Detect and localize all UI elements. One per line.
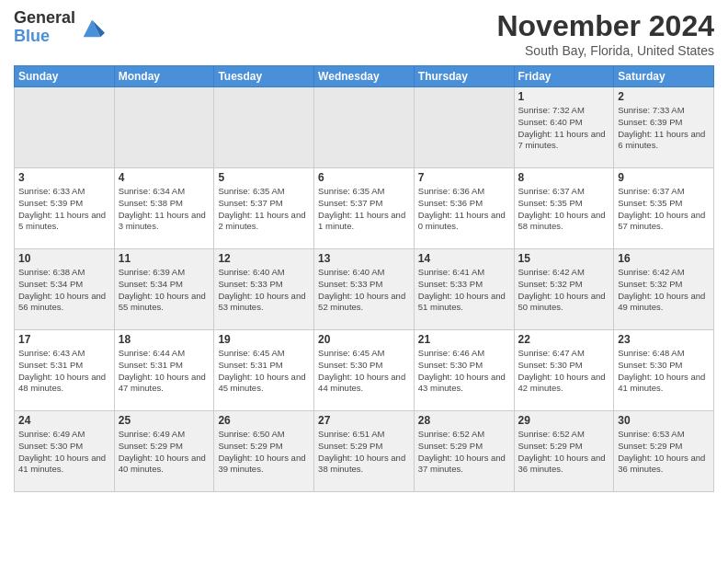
calendar-cell: 24Sunrise: 6:49 AM Sunset: 5:30 PM Dayli… xyxy=(15,411,115,492)
day-info: Sunrise: 6:44 AM Sunset: 5:31 PM Dayligh… xyxy=(119,348,210,395)
calendar-cell: 17Sunrise: 6:43 AM Sunset: 5:31 PM Dayli… xyxy=(15,330,115,411)
day-number: 1 xyxy=(518,90,610,103)
calendar-cell: 7Sunrise: 6:36 AM Sunset: 5:36 PM Daylig… xyxy=(414,168,514,249)
day-number: 23 xyxy=(618,333,710,346)
day-header-monday: Monday xyxy=(114,66,214,87)
day-info: Sunrise: 6:34 AM Sunset: 5:38 PM Dayligh… xyxy=(119,186,210,233)
calendar-week-4: 17Sunrise: 6:43 AM Sunset: 5:31 PM Dayli… xyxy=(15,330,714,411)
day-info: Sunrise: 6:52 AM Sunset: 5:29 PM Dayligh… xyxy=(518,429,610,476)
day-info: Sunrise: 6:42 AM Sunset: 5:32 PM Dayligh… xyxy=(518,267,610,314)
subtitle: South Bay, Florida, United States xyxy=(496,43,714,58)
day-info: Sunrise: 6:35 AM Sunset: 5:37 PM Dayligh… xyxy=(218,186,310,233)
calendar-cell: 15Sunrise: 6:42 AM Sunset: 5:32 PM Dayli… xyxy=(514,249,614,330)
day-info: Sunrise: 6:35 AM Sunset: 5:37 PM Dayligh… xyxy=(318,186,410,233)
day-number: 4 xyxy=(119,171,210,184)
day-info: Sunrise: 6:37 AM Sunset: 5:35 PM Dayligh… xyxy=(518,186,610,233)
day-info: Sunrise: 6:39 AM Sunset: 5:34 PM Dayligh… xyxy=(119,267,210,314)
day-info: Sunrise: 6:37 AM Sunset: 5:35 PM Dayligh… xyxy=(618,186,710,233)
day-info: Sunrise: 6:40 AM Sunset: 5:33 PM Dayligh… xyxy=(218,267,310,314)
day-header-friday: Friday xyxy=(514,66,614,87)
calendar-header-row: SundayMondayTuesdayWednesdayThursdayFrid… xyxy=(15,66,714,87)
day-number: 20 xyxy=(318,333,410,346)
day-header-thursday: Thursday xyxy=(414,66,514,87)
calendar-cell: 16Sunrise: 6:42 AM Sunset: 5:32 PM Dayli… xyxy=(614,249,714,330)
day-number: 11 xyxy=(119,252,210,265)
day-number: 18 xyxy=(119,333,210,346)
day-number: 25 xyxy=(119,414,210,427)
calendar-cell: 4Sunrise: 6:34 AM Sunset: 5:38 PM Daylig… xyxy=(114,168,214,249)
day-number: 27 xyxy=(318,414,410,427)
calendar-cell: 6Sunrise: 6:35 AM Sunset: 5:37 PM Daylig… xyxy=(314,168,415,249)
logo: General Blue xyxy=(14,9,105,46)
day-info: Sunrise: 6:38 AM Sunset: 5:34 PM Dayligh… xyxy=(18,267,110,314)
day-number: 17 xyxy=(18,333,110,346)
calendar-cell: 10Sunrise: 6:38 AM Sunset: 5:34 PM Dayli… xyxy=(15,249,115,330)
day-number: 14 xyxy=(418,252,510,265)
header: General Blue November 2024 South Bay, Fl… xyxy=(14,9,714,58)
day-number: 8 xyxy=(518,171,610,184)
day-number: 3 xyxy=(18,171,110,184)
logo-blue: Blue xyxy=(14,28,75,46)
calendar-week-1: 1Sunrise: 7:32 AM Sunset: 6:40 PM Daylig… xyxy=(15,87,714,168)
logo-general: General xyxy=(14,9,75,28)
day-number: 28 xyxy=(418,414,510,427)
day-info: Sunrise: 6:48 AM Sunset: 5:30 PM Dayligh… xyxy=(618,348,710,395)
day-number: 10 xyxy=(18,252,110,265)
calendar-week-3: 10Sunrise: 6:38 AM Sunset: 5:34 PM Dayli… xyxy=(15,249,714,330)
calendar-cell: 28Sunrise: 6:52 AM Sunset: 5:29 PM Dayli… xyxy=(414,411,514,492)
month-title: November 2024 xyxy=(496,9,714,43)
calendar-cell xyxy=(15,87,115,168)
logo-text: General Blue xyxy=(14,9,75,46)
calendar-cell: 9Sunrise: 6:37 AM Sunset: 5:35 PM Daylig… xyxy=(614,168,714,249)
day-info: Sunrise: 6:45 AM Sunset: 5:30 PM Dayligh… xyxy=(318,348,410,395)
day-info: Sunrise: 6:42 AM Sunset: 5:32 PM Dayligh… xyxy=(618,267,710,314)
calendar-cell: 2Sunrise: 7:33 AM Sunset: 6:39 PM Daylig… xyxy=(614,87,714,168)
calendar-cell xyxy=(414,87,514,168)
calendar-cell: 13Sunrise: 6:40 AM Sunset: 5:33 PM Dayli… xyxy=(314,249,415,330)
day-info: Sunrise: 6:49 AM Sunset: 5:29 PM Dayligh… xyxy=(119,429,210,476)
calendar-cell: 23Sunrise: 6:48 AM Sunset: 5:30 PM Dayli… xyxy=(614,330,714,411)
calendar-cell: 8Sunrise: 6:37 AM Sunset: 5:35 PM Daylig… xyxy=(514,168,614,249)
day-number: 30 xyxy=(618,414,710,427)
day-info: Sunrise: 7:33 AM Sunset: 6:39 PM Dayligh… xyxy=(618,105,710,152)
day-number: 22 xyxy=(518,333,610,346)
calendar-week-5: 24Sunrise: 6:49 AM Sunset: 5:30 PM Dayli… xyxy=(15,411,714,492)
day-number: 9 xyxy=(618,171,710,184)
calendar-cell: 21Sunrise: 6:46 AM Sunset: 5:30 PM Dayli… xyxy=(414,330,514,411)
day-info: Sunrise: 6:53 AM Sunset: 5:29 PM Dayligh… xyxy=(618,429,710,476)
logo-icon xyxy=(79,16,105,41)
day-info: Sunrise: 6:46 AM Sunset: 5:30 PM Dayligh… xyxy=(418,348,510,395)
day-info: Sunrise: 6:50 AM Sunset: 5:29 PM Dayligh… xyxy=(218,429,310,476)
day-header-sunday: Sunday xyxy=(15,66,115,87)
calendar-cell: 19Sunrise: 6:45 AM Sunset: 5:31 PM Dayli… xyxy=(214,330,314,411)
day-info: Sunrise: 6:49 AM Sunset: 5:30 PM Dayligh… xyxy=(18,429,110,476)
day-info: Sunrise: 6:52 AM Sunset: 5:29 PM Dayligh… xyxy=(418,429,510,476)
day-number: 2 xyxy=(618,90,710,103)
day-number: 13 xyxy=(318,252,410,265)
title-block: November 2024 South Bay, Florida, United… xyxy=(496,9,714,58)
day-info: Sunrise: 6:33 AM Sunset: 5:39 PM Dayligh… xyxy=(18,186,110,233)
calendar-cell: 20Sunrise: 6:45 AM Sunset: 5:30 PM Dayli… xyxy=(314,330,415,411)
day-number: 26 xyxy=(218,414,310,427)
day-number: 6 xyxy=(318,171,410,184)
calendar-cell: 22Sunrise: 6:47 AM Sunset: 5:30 PM Dayli… xyxy=(514,330,614,411)
day-number: 15 xyxy=(518,252,610,265)
calendar-cell: 29Sunrise: 6:52 AM Sunset: 5:29 PM Dayli… xyxy=(514,411,614,492)
calendar-cell: 30Sunrise: 6:53 AM Sunset: 5:29 PM Dayli… xyxy=(614,411,714,492)
calendar-cell: 12Sunrise: 6:40 AM Sunset: 5:33 PM Dayli… xyxy=(214,249,314,330)
day-info: Sunrise: 7:32 AM Sunset: 6:40 PM Dayligh… xyxy=(518,105,610,152)
day-info: Sunrise: 6:40 AM Sunset: 5:33 PM Dayligh… xyxy=(318,267,410,314)
day-number: 19 xyxy=(218,333,310,346)
day-number: 29 xyxy=(518,414,610,427)
day-number: 12 xyxy=(218,252,310,265)
day-number: 7 xyxy=(418,171,510,184)
day-number: 24 xyxy=(18,414,110,427)
day-info: Sunrise: 6:41 AM Sunset: 5:33 PM Dayligh… xyxy=(418,267,510,314)
calendar-cell: 14Sunrise: 6:41 AM Sunset: 5:33 PM Dayli… xyxy=(414,249,514,330)
calendar-cell: 25Sunrise: 6:49 AM Sunset: 5:29 PM Dayli… xyxy=(114,411,214,492)
day-number: 5 xyxy=(218,171,310,184)
day-info: Sunrise: 6:51 AM Sunset: 5:29 PM Dayligh… xyxy=(318,429,410,476)
day-info: Sunrise: 6:43 AM Sunset: 5:31 PM Dayligh… xyxy=(18,348,110,395)
day-header-tuesday: Tuesday xyxy=(214,66,314,87)
calendar-cell: 3Sunrise: 6:33 AM Sunset: 5:39 PM Daylig… xyxy=(15,168,115,249)
